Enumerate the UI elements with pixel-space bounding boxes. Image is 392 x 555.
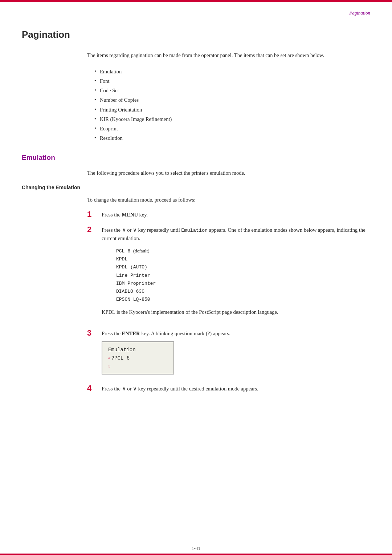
page-header: Pagination xyxy=(0,2,392,24)
list-item: Printing Orientation xyxy=(94,105,370,114)
mode-kpdl-auto: KPDL (AUTO) xyxy=(116,263,370,271)
mode-diablo: DIABLO 630 xyxy=(116,288,370,296)
step-1-content: Press the MENU key. xyxy=(102,211,370,219)
emulation-modes-list: PCL 6 (default) KPDL KPDL (AUTO) Line Pr… xyxy=(116,247,370,304)
page-number: 1-41 xyxy=(192,546,200,551)
step-2: 2 Press the ∧ or ∨ key repeatedly until … xyxy=(87,226,370,323)
intro-text: The items regarding pagination can be ma… xyxy=(87,51,370,60)
mode-kpdl: KPDL xyxy=(116,255,370,263)
emulation-section: Emulation The following procedure allows… xyxy=(22,154,370,393)
step-1-text-before: Press the xyxy=(102,212,122,218)
step-number-4: 4 xyxy=(87,384,102,393)
step-3-content: Press the ENTER key. A blinking question… xyxy=(102,329,370,378)
header-pagination-label: Pagination xyxy=(349,10,370,16)
kpdl-note: KPDL is the Kyocera's implementation of … xyxy=(102,308,370,316)
list-item: Number of Copies xyxy=(94,95,370,105)
page-title: Pagination xyxy=(22,29,370,40)
lcd-display: Emulation ⇵?PCL 6 ⇅ xyxy=(102,341,174,374)
step-3-text-before: Press the xyxy=(102,331,122,336)
list-item: Font xyxy=(94,76,370,86)
lcd-line2-container: ⇵?PCL 6 xyxy=(108,354,168,362)
cursor-arrows: ⇵ xyxy=(108,355,111,361)
bullet-list: Emulation Font Code Set Number of Copies… xyxy=(94,67,370,143)
step-4: 4 Press the ∧ or ∨ key repeatedly until … xyxy=(87,385,370,393)
list-item: Code Set xyxy=(94,86,370,95)
mode-ibm: IBM Proprinter xyxy=(116,280,370,288)
mode-line-printer: Line Printer xyxy=(116,272,370,280)
subsection-heading: Changing the Emulation xyxy=(22,185,370,190)
steps-container: 1 Press the MENU key. 2 Press the ∧ or ∨… xyxy=(87,211,370,393)
step-2-content: Press the ∧ or ∨ key repeatedly until Em… xyxy=(102,226,370,323)
emulation-section-heading: Emulation xyxy=(22,154,370,162)
emulation-intro-text: The following procedure allows you to se… xyxy=(87,169,370,177)
step-number-2: 2 xyxy=(87,225,102,234)
step-3-text-after: key. A blinking question mark (?) appear… xyxy=(140,331,230,336)
lcd-cursor-row: ⇅ xyxy=(108,362,168,370)
step-1: 1 Press the MENU key. xyxy=(87,211,370,219)
mode-pcl6: PCL 6 (default) xyxy=(116,247,370,255)
step-1-bold: MENU xyxy=(122,212,138,218)
cursor-bottom: ⇅ xyxy=(108,364,111,369)
step-3: 3 Press the ENTER key. A blinking questi… xyxy=(87,329,370,378)
step-2-text-before: Press the ∧ or ∨ key repeatedly until Em… xyxy=(102,227,366,242)
step-3-bold: ENTER xyxy=(122,331,140,336)
changing-emulation-subsection: Changing the Emulation To change the emu… xyxy=(22,185,370,393)
list-item: Resolution xyxy=(94,133,370,143)
mode-epson: EPSON LQ-850 xyxy=(116,296,370,304)
list-item: Ecoprint xyxy=(94,124,370,133)
step-1-text-after: key. xyxy=(138,212,148,218)
lcd-line1: Emulation xyxy=(108,346,168,354)
page-footer: 1-41 xyxy=(0,546,392,551)
bottom-bar xyxy=(0,554,392,555)
step-4-content: Press the ∧ or ∨ key repeatedly until th… xyxy=(102,385,370,393)
list-item: KIR (Kyocera Image Refinement) xyxy=(94,114,370,124)
list-item: Emulation xyxy=(94,67,370,76)
step-2-code: Emulation xyxy=(181,228,208,233)
step-4-text: Press the ∧ or ∨ key repeatedly until th… xyxy=(102,386,258,392)
lcd-line2: ?PCL 6 xyxy=(111,354,130,362)
step-number-1: 1 xyxy=(87,210,102,219)
step-number-3: 3 xyxy=(87,328,102,338)
main-content: Pagination The items regarding paginatio… xyxy=(22,29,370,533)
subsection-intro: To change the emulation mode, proceed as… xyxy=(87,196,370,204)
